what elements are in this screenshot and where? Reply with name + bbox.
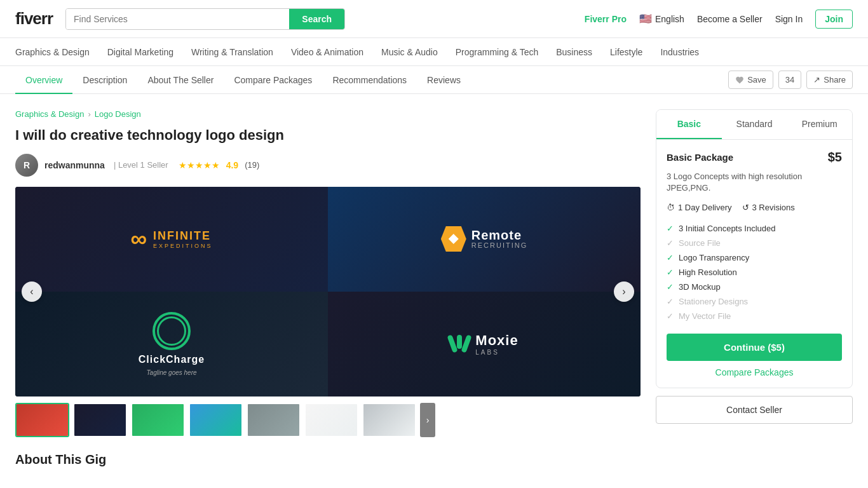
pkg-tab-basic[interactable]: Basic	[656, 110, 722, 139]
fiverr-pro-link[interactable]: Fiverr Pro	[585, 14, 627, 24]
package-header: Basic Package $5	[667, 150, 842, 165]
tab-about-seller[interactable]: About The Seller	[137, 66, 224, 94]
thumbnail-1[interactable]	[15, 403, 69, 437]
breadcrumb-parent[interactable]: Graphics & Design	[15, 109, 84, 119]
nav-item-digital[interactable]: Digital Marketing	[107, 47, 173, 57]
nav-item-lifestyle[interactable]: Lifestyle	[610, 47, 642, 57]
feature-5: ✓ Stationery Designs	[667, 294, 842, 309]
check-icon-4: ✓	[667, 282, 674, 292]
tab-overview[interactable]: Overview	[15, 66, 72, 94]
review-count: (19)	[245, 160, 259, 170]
save-button[interactable]: Save	[728, 71, 773, 89]
logo[interactable]: fiverr	[15, 9, 53, 29]
tab-actions: Save 34 ↗ Share	[728, 71, 853, 89]
tab-reviews[interactable]: Reviews	[417, 66, 471, 94]
thumb-img-2	[74, 404, 126, 436]
contact-box: Contact Seller	[656, 396, 853, 424]
thumbnail-next-button[interactable]: ›	[420, 403, 435, 437]
clock-icon: ⏱	[667, 203, 675, 212]
save-count: 34	[778, 71, 801, 89]
gallery-next-button[interactable]: ›	[614, 281, 634, 302]
main-content: Graphics & Design › Logo Design I will d…	[0, 94, 868, 488]
thumbnail-6[interactable]	[304, 403, 358, 437]
nav-item-writing[interactable]: Writing & Translation	[191, 47, 273, 57]
gallery: ∞ INFINITE EXPEDITIONS	[15, 187, 641, 396]
package-content: Basic Package $5 3 Logo Concepts with hi…	[656, 140, 852, 388]
about-gig-title: About This Gig	[15, 452, 641, 467]
pkg-tab-premium[interactable]: Premium	[787, 110, 852, 139]
nav-item-graphics[interactable]: Graphics & Design	[15, 47, 90, 57]
thumb-img-7	[363, 404, 415, 436]
continue-button[interactable]: Continue ($5)	[667, 334, 842, 361]
rating-number: 4.9	[226, 160, 238, 170]
share-icon: ↗	[813, 75, 820, 85]
feature-1: ✓ Source File	[667, 236, 842, 250]
tab-description[interactable]: Description	[72, 66, 137, 94]
cc-tagline: Tagline goes here	[146, 369, 196, 376]
thumbnail-7[interactable]	[362, 403, 416, 437]
feature-label-0: 3 Initial Concepts Included	[679, 224, 775, 233]
infinite-sub: EXPEDITIONS	[153, 243, 213, 249]
nav-item-video[interactable]: Video & Animation	[291, 47, 363, 57]
check-icon-5: ✓	[667, 297, 674, 306]
seller-info: R redwanmunna | Level 1 Seller ★★★★★ 4.9…	[15, 154, 641, 177]
become-seller-link[interactable]: Become a Seller	[697, 14, 763, 24]
tab-compare-packages[interactable]: Compare Packages	[224, 66, 322, 94]
moxie-icon	[450, 335, 469, 353]
gallery-cell-1: ∞ INFINITE EXPEDITIONS	[15, 187, 328, 292]
package-box: Basic Standard Premium Basic Package $5 …	[656, 109, 853, 388]
thumb-img-4	[190, 404, 241, 436]
thumb-img-6	[306, 404, 357, 436]
delivery-label: 1 Day Delivery	[678, 203, 732, 212]
thumbnail-4[interactable]	[189, 403, 243, 437]
remote-text-block: Remote RECRUITING	[471, 229, 527, 249]
check-icon-1: ✓	[667, 238, 674, 248]
revisions-info: ↺ 3 Revisions	[742, 203, 795, 212]
search-input[interactable]	[66, 9, 289, 29]
cc-ring-icon	[153, 312, 191, 350]
thumbnail-5[interactable]	[247, 403, 301, 437]
remote-sub: RECRUITING	[471, 241, 527, 249]
package-price: $5	[828, 150, 842, 165]
sign-in-link[interactable]: Sign In	[775, 14, 803, 24]
infinite-text: INFINITE EXPEDITIONS	[153, 229, 213, 249]
header: fiverr Search Fiverr Pro 🇺🇸 English Beco…	[0, 0, 868, 38]
feature-label-6: My Vector File	[679, 311, 731, 321]
infinite-title: INFINITE	[153, 229, 213, 243]
moxie-text-block: Moxie LABS	[475, 332, 518, 356]
feature-6: ✓ My Vector File	[667, 309, 842, 323]
feature-4: ✓ 3D Mockup	[667, 280, 842, 294]
about-gig-section: About This Gig	[15, 452, 641, 467]
seller-name[interactable]: redwanmunna	[44, 160, 105, 170]
thumbnail-2[interactable]	[73, 403, 127, 437]
tab-recommendations[interactable]: Recommendations	[322, 66, 417, 94]
gallery-cell-3: ClickCharge Tagline goes here	[15, 292, 328, 396]
nav-item-industries[interactable]: Industries	[660, 47, 699, 57]
avatar-initials: R	[15, 154, 38, 177]
contact-seller-button[interactable]: Contact Seller	[656, 396, 853, 424]
language-selector[interactable]: 🇺🇸 English	[639, 13, 684, 25]
moxie-bar-2	[457, 335, 462, 349]
tabs-bar: Overview Description About The Seller Co…	[0, 66, 868, 94]
nav-item-music[interactable]: Music & Audio	[381, 47, 438, 57]
package-name: Basic Package	[667, 152, 733, 163]
thumb-img-3	[132, 404, 184, 436]
thumbnail-3[interactable]	[131, 403, 185, 437]
share-button[interactable]: ↗ Share	[806, 71, 853, 89]
seller-avatar[interactable]: R	[15, 154, 38, 177]
compare-packages-link[interactable]: Compare Packages	[667, 367, 842, 377]
join-button[interactable]: Join	[815, 10, 853, 29]
thumb-img-1	[17, 404, 68, 436]
nav-item-programming[interactable]: Programming & Tech	[456, 47, 538, 57]
search-button[interactable]: Search	[289, 9, 344, 29]
nav-bar: Graphics & Design Digital Marketing Writ…	[0, 38, 868, 66]
gallery-prev-button[interactable]: ‹	[22, 281, 42, 302]
feature-2: ✓ Logo Transparency	[667, 250, 842, 265]
nav-item-business[interactable]: Business	[556, 47, 592, 57]
pkg-tab-standard[interactable]: Standard	[722, 110, 787, 139]
remote-title: Remote	[471, 229, 527, 241]
breadcrumb-child[interactable]: Logo Design	[95, 109, 141, 119]
header-right: Fiverr Pro 🇺🇸 English Become a Seller Si…	[585, 10, 853, 29]
feature-label-4: 3D Mockup	[679, 282, 721, 292]
infinity-icon: ∞	[130, 226, 147, 252]
